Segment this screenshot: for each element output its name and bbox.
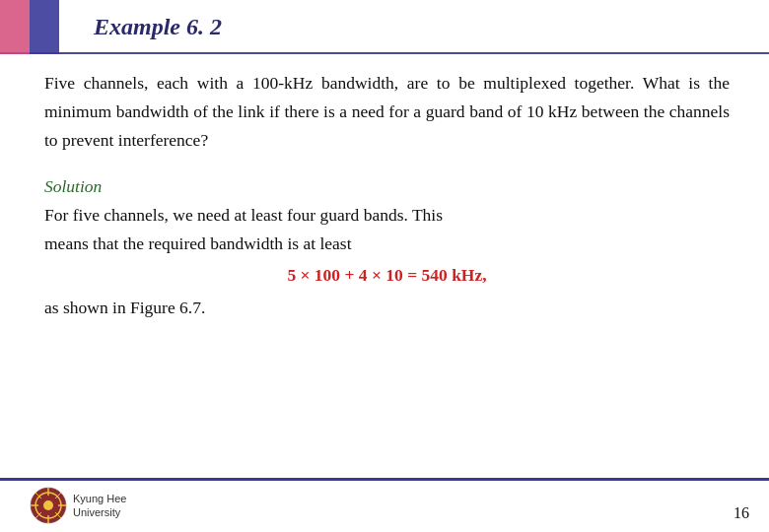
problem-text: Five channels, each with a 100-kHz bandw… — [44, 69, 730, 155]
solution-label: Solution — [44, 176, 730, 197]
formula: 5 × 100 + 4 × 10 = 540 kHz, — [44, 261, 730, 290]
page-title: Example 6. 2 — [94, 13, 222, 39]
accent-blue — [30, 0, 59, 54]
svg-point-2 — [43, 500, 53, 510]
header: Example 6. 2 — [0, 0, 769, 54]
university-emblem — [30, 487, 67, 524]
solution-line3: as shown in Figure 6.7. — [44, 298, 205, 317]
solution-line1: For five channels, we need at least four… — [44, 205, 443, 225]
page-number: 16 — [734, 504, 749, 522]
footer: Kyung Hee University 16 — [0, 478, 769, 532]
header-accent — [0, 0, 89, 54]
footer-university-name: Kyung Hee University — [73, 492, 126, 520]
accent-pink — [0, 0, 30, 54]
footer-logo: Kyung Hee University — [30, 487, 126, 524]
main-content: Five channels, each with a 100-kHz bandw… — [44, 69, 730, 473]
solution-body: For five channels, we need at least four… — [44, 201, 730, 323]
university-line1: Kyung Hee — [73, 492, 126, 505]
slide-container: Example 6. 2 Five channels, each with a … — [0, 0, 769, 532]
university-line2: University — [73, 505, 126, 519]
solution-line2: means that the required bandwidth is at … — [44, 233, 352, 253]
